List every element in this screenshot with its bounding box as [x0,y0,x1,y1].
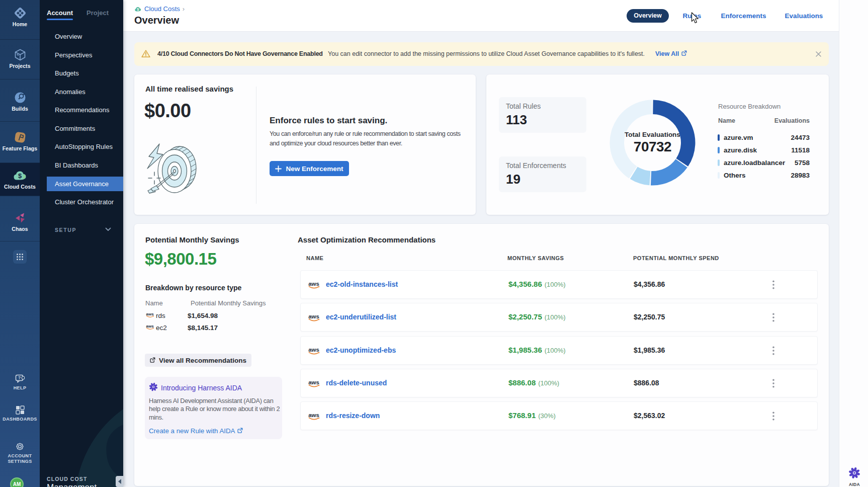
sidenav-item-bi-dashboards[interactable]: BI Dashboards [40,156,123,175]
banner-close-button[interactable] [814,50,822,58]
new-enforcement-button[interactable]: New Enforcement [270,161,349,176]
recommendation-name-link[interactable]: ec2-underutilized-list [326,313,396,321]
recommendation-name-link[interactable]: ec2-unoptimized-ebs [326,346,396,354]
rail-item-label: DASHBOARDS [0,417,40,422]
resource-name: Others [724,172,746,179]
recommendation-row: aws ec2-unoptimized-ebs$1,985.36(100%)$1… [300,336,818,365]
sidenav-item-asset-governance[interactable]: Asset Governance [47,177,123,191]
feature-flags-icon [14,131,27,144]
aida-promo-text: Harness AI Development Assistant (AIDA) … [149,397,281,422]
rail-item-label: HELP [0,385,40,391]
row-menu-button[interactable] [767,345,779,357]
rail-item-cloud-costs[interactable]: $ Cloud Costs [0,169,40,190]
aida-flower-icon-slot [149,382,158,393]
aida-flower-icon [848,467,860,479]
realised-savings-card: All time realised savings $0.00 Enforce … [134,74,476,215]
sidenav-item-commitments[interactable]: Commitments [40,120,123,138]
user-avatar[interactable]: AM [10,477,24,487]
savings-percent: (100%) [545,281,566,288]
aida-fab-button[interactable]: AIDA [844,467,865,487]
breadcrumb: $ Cloud Costs › [134,5,185,13]
rail-item-projects[interactable]: Projects [0,48,40,69]
chevron-down-icon [105,227,111,231]
rail-item-chaos[interactable]: Chaos [0,211,40,232]
resource-breakdown-title: Resource Breakdown [718,103,780,110]
aws-logo-icon-slot: aws [145,311,156,320]
dashboards-icon [16,405,25,415]
savings-percent: (100%) [545,347,566,354]
aida-flower-icon-slot [848,472,860,480]
cloud-costs-icon: $ [13,169,27,182]
external-link-icon-slot [237,427,243,435]
recommendations-table: aws ec2-old-instances-list$4,356.86(100%… [300,270,818,434]
cloud-costs-sidenav: $ Account Project OverviewPerspectivesBu… [40,0,123,487]
resource-breakdown-rows: azure.vm24473azure.disk11518azure.loadba… [718,131,810,182]
row-menu-button[interactable] [767,410,779,422]
potential-monthly-spend-value: $2,250.75 [634,313,665,321]
row-menu-button[interactable] [767,377,779,389]
sidenav-item-budgets[interactable]: Budgets [40,64,123,83]
rail-item-label: Projects [0,63,40,69]
tab-overview[interactable]: Overview [627,9,669,23]
sidenav-item-cluster-orchestrator[interactable]: Cluster Orchestrator [40,193,123,212]
external-link-icon-slot [150,357,155,364]
aws-logo-icon: aws [307,347,321,355]
resource-type-name: ec2 [156,324,188,332]
rail-item-label: Cloud Costs [0,184,40,190]
tab-project[interactable]: Project [86,9,109,20]
rail-item-help[interactable]: ? HELP [0,374,40,391]
rail-item-home[interactable]: Home [0,7,40,27]
row-menu-button[interactable] [767,311,779,323]
rail-item-dashboards[interactable]: DASHBOARDS [0,405,40,422]
tab-rules[interactable]: Rules [680,12,704,20]
potential-savings-title: Potential Monthly Savings [145,235,239,244]
rail-item-feature-flags[interactable]: Feature Flags [0,131,40,151]
recommendation-name-link[interactable]: rds-resize-down [326,412,380,420]
tab-enforcements[interactable]: Enforcements [717,12,770,20]
rail-item-label: Home [0,21,40,27]
sidenav-item-recommendations[interactable]: Recommendations [40,101,123,120]
external-link-icon [681,50,687,56]
sidenav-collapse-arrow[interactable] [116,476,123,487]
recommendation-name-link[interactable]: ec2-old-instances-list [326,280,398,288]
plus-icon [275,166,282,172]
aws-logo-icon-slot: aws [145,323,156,332]
view-all-recommendations-button[interactable]: View all Recommendations [145,354,251,367]
rail-item-builds[interactable]: Builds [0,91,40,112]
breadcrumb-cloud-costs[interactable]: Cloud Costs [144,5,180,13]
tab-evaluations[interactable]: Evaluations [779,12,828,20]
recommendation-row: aws rds-resize-down$768.91(30%)$2,563.02 [300,401,818,430]
aws-logo-icon: aws [307,412,321,421]
resource-name: azure.disk [724,146,757,154]
recommendation-row: aws ec2-old-instances-list$4,356.86(100%… [300,270,818,299]
potential-monthly-spend-value: $886.08 [634,379,659,387]
create-rule-with-aida-link[interactable]: Create a new Rule with AIDA [149,427,278,435]
sidenav-item-setup[interactable]: SETUP [40,224,123,236]
projects-cube-icon [14,48,27,61]
aida-promo-card: Introducing Harness AIDA Harness AI Deve… [145,377,282,439]
monthly-savings-value: $768.91(30%) [508,411,556,420]
potential-savings-amount: $9,800.15 [145,250,216,269]
dartboard-illustration [142,141,203,200]
row-menu-button[interactable] [767,279,779,291]
kebab-menu-icon [772,280,774,289]
recommendation-name-link[interactable]: rds-delete-unused [326,379,387,387]
module-grid-button[interactable] [13,250,27,264]
banner-view-all-link[interactable]: View All [655,50,687,57]
rail-item-label: Feature Flags [0,145,40,151]
resource-evaluations: 11518 [791,146,810,154]
donut-center-labels: Total Evaluations 70732 [610,131,696,155]
sidenav-item-perspectives[interactable]: Perspectives [40,46,123,65]
rail-item-account-settings[interactable]: ACCOUNT SETTINGS [0,442,40,464]
kebab-menu-icon [772,412,774,421]
tab-account[interactable]: Account [47,9,73,20]
aws-logo-icon: aws [307,313,321,322]
sidenav-item-overview[interactable]: Overview [40,28,123,46]
aida-flower-icon [149,382,158,391]
savings-percent: (100%) [538,379,559,387]
resource-breakdown-row: azure.vm24473 [718,131,810,144]
potential-monthly-spend-value: $1,985.36 [634,346,665,354]
kebab-menu-icon [772,379,774,388]
sidenav-item-autostopping-rules[interactable]: AutoStopping Rules [40,138,123,156]
sidenav-item-anomalies[interactable]: Anomalies [40,83,123,102]
